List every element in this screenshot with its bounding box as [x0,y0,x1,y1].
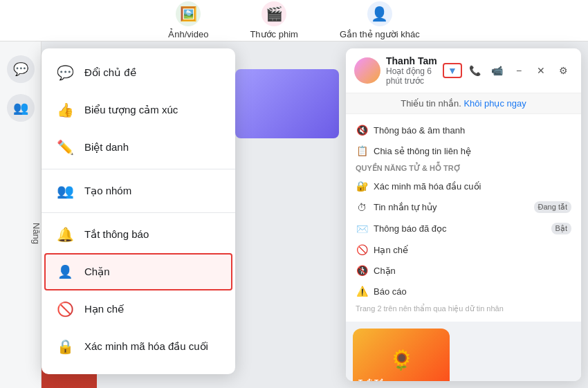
restrict-icon: 🚫 [356,244,368,255]
divider-1 [42,169,235,169]
divider-2 [42,212,235,213]
bieu-tuong-icon: 👍 [55,100,75,120]
chat-settings-list: 🔇 Thông báo & âm thanh 📋 Chia sẻ thông t… [346,114,581,322]
sidebar-icon-1[interactable]: 💬 [7,55,35,83]
msg-image-1: 🌻 Tuổi Tổng [353,329,450,381]
chat-user-name: Thanh Tam [386,55,437,66]
movie-label: Thước phim [250,29,297,39]
self-destruct-icon: ⏱ [356,202,368,213]
perm-item-report[interactable]: ⚠️ Báo cáo [346,281,581,302]
biet-danh-label: Biệt danh [84,141,129,154]
notice-text: Thiếu tin nhắn. [401,98,461,109]
menu-item-chan[interactable]: 👤 Chặn [44,253,232,290]
restrict-label: Hạn chế [374,245,408,255]
read-icon: ✉️ [356,223,368,234]
bieu-tuong-label: Biểu tượng cảm xúc [84,104,178,116]
read-label: Thông báo đã đọc [374,223,447,234]
report-note: Trang 2 trên nên thẩm qua hiệu dữ tin nh… [346,302,581,316]
message-images: 🌻 Tuổi Tổng 📱 ⬇ [353,329,574,381]
menu-item-doi-chu-de[interactable]: 💬 Đổi chủ đề [42,54,235,91]
tao-nhom-label: Tạo nhóm [84,185,131,197]
perm-item-restrict[interactable]: 🚫 Hạn chế [346,239,581,260]
notifications-label: Thông báo & âm thanh [374,125,465,136]
share-icon: 📋 [356,145,368,156]
chat-avatar [354,57,380,84]
tag-people-icon: 👤 [367,1,392,26]
e2e-icon: 🔐 [356,181,368,192]
msg-image-container: 🌻 Tuổi Tổng [353,329,450,381]
menu-item-xac-minh[interactable]: 🔒 Xác minh mã hóa đầu cuối [42,328,235,365]
perm-item-e2e[interactable]: 🔐 Xác minh mã hóa đầu cuối [346,176,581,196]
photo-video-label: Ảnh/video [168,29,208,39]
settings-item-notifications[interactable]: 🔇 Thông báo & âm thanh [346,120,581,140]
read-badge: Bật [551,223,571,234]
chan-label: Chặn [84,266,110,278]
menu-item-tao-nhom[interactable]: 👥 Tạo nhóm [42,172,235,210]
chat-header-actions: ▼ 📞 📹 − ✕ ⚙ [443,63,573,78]
bg-decor-right [235,69,339,138]
more-button[interactable]: ⚙ [553,63,573,78]
biet-danh-icon: ✏️ [55,138,75,157]
han-che-label: Hạn chế [84,303,124,315]
top-toolbar: 🖼️ Ảnh/video 🎬 Thước phim 👤 Gắn thẻ ngườ… [0,0,588,41]
sidebar-icon-2[interactable]: 👥 [7,94,35,122]
tat-thong-bao-icon: 🔔 [55,225,75,244]
self-destruct-badge: Đang tắt [534,201,571,213]
minimize-button[interactable]: − [509,63,529,78]
toolbar-movie[interactable]: 🎬 Thước phim [250,1,297,39]
menu-item-tin-nhan-tu-huy[interactable]: ⏱ Tin nhắn tự hủy [42,365,235,374]
tao-nhom-icon: 👥 [55,181,75,201]
share-label: Chia sẻ thông tin liên hệ [374,146,471,156]
chat-header: Thanh Tam Hoạt động 6 phút trước ▼ 📞 📹 −… [346,48,581,93]
e2e-label: Xác minh mã hóa đầu cuối [374,181,481,192]
toolbar-tag-people[interactable]: 👤 Gắn thẻ người khác [340,1,420,39]
chat-notice: Thiếu tin nhắn. Khôi phục ngay [346,93,581,114]
video-button[interactable]: 📹 [487,63,506,78]
perm-item-read[interactable]: ✉️ Thông báo đã đọc Bật [346,218,581,239]
chan-icon: 👤 [55,262,75,281]
movie-icon: 🎬 [261,1,286,26]
context-menu: 💬 Đổi chủ đề 👍 Biểu tượng cảm xúc ✏️ Biệ… [42,48,235,374]
photo-video-icon: 🖼️ [176,1,201,26]
notice-link[interactable]: Khôi phục ngay [463,98,526,109]
left-sidebar: 💬 👥 Năng [0,41,42,388]
block-label: Chặn [374,266,396,276]
close-button[interactable]: ✕ [531,63,551,78]
sidebar-label-nang: Năng [0,217,42,250]
tag-people-label: Gắn thẻ người khác [340,29,420,39]
dropdown-button[interactable]: ▼ [443,63,462,78]
chat-header-info: Thanh Tam Hoạt động 6 phút trước [386,55,437,86]
notifications-icon: 🔇 [356,124,368,136]
settings-item-share[interactable]: 📋 Chia sẻ thông tin liên hệ [346,140,581,161]
report-label: Báo cáo [374,286,407,297]
han-che-icon: 🚫 [55,299,75,319]
chat-panel: Thanh Tam Hoạt động 6 phút trước ▼ 📞 📹 −… [346,48,581,381]
perm-item-block[interactable]: 🚷 Chặn [346,260,581,281]
xac-minh-label: Xác minh mã hóa đầu cuối [84,340,208,353]
toolbar-photo-video[interactable]: 🖼️ Ảnh/video [168,1,208,39]
menu-item-bieu-tuong[interactable]: 👍 Biểu tượng cảm xúc [42,91,235,129]
chat-messages-area: 🌻 Tuổi Tổng 📱 ⬇ [346,322,581,381]
self-destruct-label: Tin nhắn tự hủy [374,202,437,212]
perm-item-self-destruct[interactable]: ⏱ Tin nhắn tự hủy Đang tắt [346,196,581,218]
tat-thong-bao-label: Tắt thông báo [84,228,149,241]
menu-item-han-che[interactable]: 🚫 Hạn chế [42,290,235,328]
permissions-title: Quyền năng tử & hỗ trợ [346,161,581,176]
doi-chu-de-icon: 💬 [55,63,75,82]
doi-chu-de-label: Đổi chủ đề [84,66,136,79]
xac-minh-icon: 🔒 [55,337,75,356]
block-icon: 🚷 [356,265,368,276]
phone-button[interactable]: 📞 [465,63,484,78]
report-icon: ⚠️ [356,286,368,297]
menu-item-tat-thong-bao[interactable]: 🔔 Tắt thông báo [42,216,235,253]
chat-user-status: Hoạt động 6 phút trước [386,66,437,86]
menu-item-biet-danh[interactable]: ✏️ Biệt danh [42,129,235,166]
